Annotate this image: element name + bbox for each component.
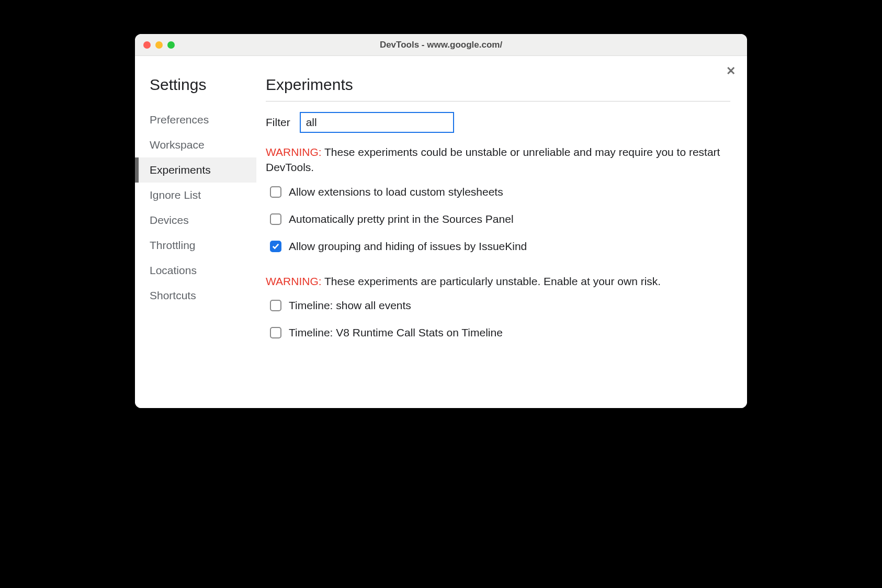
experiment-checkbox[interactable] [270, 327, 281, 338]
experiment-label[interactable]: Timeline: V8 Runtime Call Stats on Timel… [289, 326, 503, 339]
traffic-lights [135, 41, 175, 49]
sidebar-item-throttling[interactable]: Throttling [135, 233, 256, 258]
experiment-row: Timeline: V8 Runtime Call Stats on Timel… [270, 326, 730, 339]
sidebar-item-label: Throttling [150, 239, 196, 251]
content-area: ✕ Settings Preferences Workspace Experim… [135, 56, 747, 408]
sidebar-item-locations[interactable]: Locations [135, 258, 256, 283]
sidebar-item-ignore-list[interactable]: Ignore List [135, 183, 256, 208]
warning-message: WARNING: These experiments are particula… [266, 274, 730, 289]
experiment-checkbox[interactable] [270, 241, 281, 252]
window-close-icon[interactable] [143, 41, 151, 49]
sidebar-item-workspace[interactable]: Workspace [135, 132, 256, 157]
experiment-row: Allow grouping and hiding of issues by I… [270, 240, 730, 253]
sidebar-item-label: Devices [150, 214, 189, 226]
page-title: Experiments [266, 76, 730, 94]
window-maximize-icon[interactable] [167, 41, 175, 49]
warning-text: These experiments could be unstable or u… [266, 146, 720, 173]
main-panel: Experiments Filter WARNING: These experi… [256, 56, 747, 408]
experiment-label[interactable]: Timeline: show all events [289, 299, 411, 312]
sidebar-item-label: Ignore List [150, 189, 201, 201]
window-title: DevTools - www.google.com/ [135, 40, 747, 50]
warning-label: WARNING: [266, 275, 322, 287]
experiment-checkbox[interactable] [270, 300, 281, 311]
experiment-checkbox[interactable] [270, 213, 281, 225]
filter-row: Filter [266, 112, 730, 133]
experiment-label[interactable]: Allow grouping and hiding of issues by I… [289, 240, 527, 253]
sidebar-item-devices[interactable]: Devices [135, 208, 256, 233]
titlebar: DevTools - www.google.com/ [135, 34, 747, 56]
devtools-window: DevTools - www.google.com/ ✕ Settings Pr… [135, 34, 747, 408]
warning-text: These experiments are particularly unsta… [322, 275, 661, 287]
settings-sidebar: Settings Preferences Workspace Experimen… [135, 56, 256, 408]
warning-message: WARNING: These experiments could be unst… [266, 144, 730, 175]
sidebar-item-label: Preferences [150, 114, 209, 126]
experiment-label[interactable]: Allow extensions to load custom styleshe… [289, 186, 503, 198]
sidebar-item-label: Experiments [150, 164, 211, 176]
experiment-row: Automatically pretty print in the Source… [270, 213, 730, 225]
filter-label: Filter [266, 116, 290, 129]
window-minimize-icon[interactable] [155, 41, 163, 49]
experiment-row: Timeline: show all events [270, 299, 730, 312]
experiment-label[interactable]: Automatically pretty print in the Source… [289, 213, 514, 225]
sidebar-item-preferences[interactable]: Preferences [135, 107, 256, 132]
divider [266, 101, 730, 101]
sidebar-title: Settings [135, 76, 256, 94]
sidebar-item-label: Locations [150, 264, 197, 276]
experiment-checkbox[interactable] [270, 186, 281, 198]
sidebar-item-shortcuts[interactable]: Shortcuts [135, 283, 256, 308]
sidebar-item-label: Workspace [150, 139, 205, 151]
filter-input[interactable] [300, 112, 454, 133]
close-icon[interactable]: ✕ [726, 65, 736, 77]
sidebar-item-label: Shortcuts [150, 289, 196, 301]
warning-label: WARNING: [266, 146, 322, 158]
sidebar-item-experiments[interactable]: Experiments [135, 157, 256, 183]
experiment-row: Allow extensions to load custom styleshe… [270, 186, 730, 198]
